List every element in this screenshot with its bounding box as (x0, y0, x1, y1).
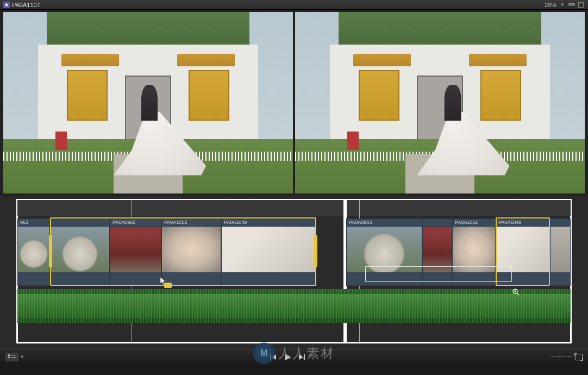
watermark: M 人人素材 (253, 342, 335, 364)
clip-label: PA0A0963 (347, 219, 422, 227)
project-viewer[interactable] (295, 12, 585, 193)
cursor-arrow-icon (160, 277, 167, 285)
cursor-zoom-icon (512, 288, 520, 296)
clip-label: 963 (18, 219, 49, 227)
clip[interactable]: PA0A1049 (221, 218, 316, 286)
marquee-selection (365, 266, 512, 282)
clip-title: PA0A1107 (12, 2, 545, 8)
watermark-text: 人人素材 (278, 345, 335, 362)
view-options-icon[interactable] (568, 3, 575, 6)
timeline-index-button[interactable] (5, 353, 18, 361)
clip-label (51, 219, 109, 227)
svg-rect-7 (8, 357, 10, 358)
clip[interactable] (50, 218, 110, 286)
clip-label: PA0A0965 (110, 219, 161, 227)
trim-handle-left[interactable] (49, 235, 52, 267)
fullscreen-button[interactable] (575, 354, 583, 360)
clip-label: PA0A1052 (162, 219, 221, 227)
audio-waveform (17, 289, 571, 323)
timeline-area: 963 PA0A0965 PA0A1052 PA0A1049 (0, 196, 588, 364)
watermark-logo-icon: M (253, 342, 275, 364)
svg-rect-6 (11, 355, 16, 355)
clip-partial[interactable]: 963 (17, 218, 50, 286)
timecode-placeholder (551, 357, 572, 357)
zoom-level[interactable]: 28% (545, 2, 556, 8)
audio-track[interactable] (17, 289, 571, 323)
window-layout-icon[interactable] (578, 2, 584, 8)
svg-line-2 (517, 293, 519, 295)
clip-label (551, 219, 570, 227)
viewer-header: PA0A1107 28% ▾ (0, 0, 588, 10)
clip-label: PA0A1049 (222, 219, 316, 227)
clip-trailing[interactable] (550, 218, 571, 286)
clip[interactable]: PA0A0965 (110, 218, 161, 286)
clip-label: PA0A1052 (453, 219, 495, 227)
timeline-ruler[interactable] (17, 200, 571, 216)
primary-storyline[interactable]: 963 PA0A0965 PA0A1052 PA0A1049 (17, 218, 571, 286)
trim-handle-right[interactable] (314, 235, 317, 267)
viewer-area (0, 10, 588, 196)
clip-label (423, 219, 452, 227)
svg-rect-5 (8, 354, 10, 356)
event-viewer[interactable] (3, 12, 293, 193)
clip-label: PA0A1049 (496, 219, 549, 227)
svg-rect-8 (11, 357, 16, 358)
clip[interactable]: PA0A1052 (161, 218, 221, 286)
project-icon (3, 2, 10, 8)
zoom-chevron-icon[interactable]: ▾ (561, 1, 564, 8)
